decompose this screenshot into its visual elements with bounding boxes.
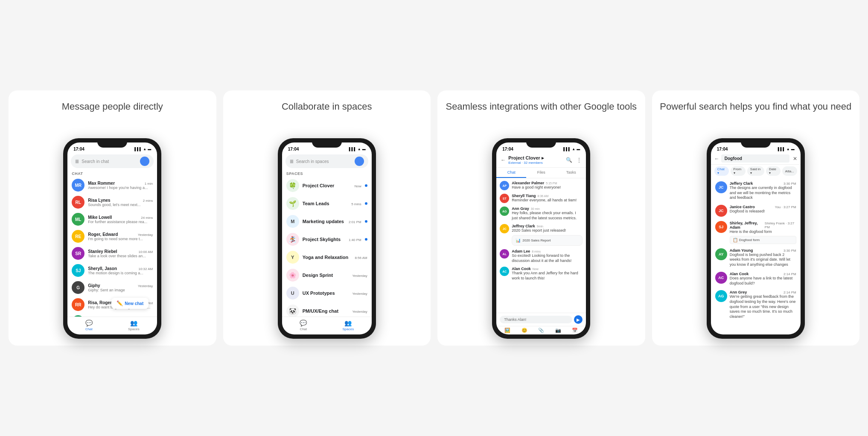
- chat-item-content: Sheryll, Jason 10:32 AM The motion desig…: [88, 266, 153, 275]
- space-item-name: PM/UX/Eng chat: [303, 308, 338, 314]
- chat-item-preview: For further assistance please rea...: [88, 220, 153, 224]
- user-avatar[interactable]: [355, 157, 364, 166]
- tab-tasks[interactable]: Tasks: [556, 168, 586, 178]
- space-item[interactable]: 🐼 PM/UX/Eng chat Yesterday: [282, 302, 372, 317]
- result-time: 2:14 PM: [784, 291, 796, 294]
- result-sub: You · 3:27 PM: [775, 205, 796, 209]
- nav-item-spaces[interactable]: 👥 Spaces: [128, 320, 140, 331]
- toolbar-icon-3[interactable]: 📷: [555, 328, 561, 333]
- space-item-time: Yesterday: [352, 292, 367, 296]
- space-item-name: Project Clover: [303, 183, 335, 188]
- filter-chip[interactable]: Chat ▾: [714, 166, 729, 176]
- phone-screen: 17:04 ▌▌▌ ▲ ▬ ☰ Search in chat CHATMR Ma…: [67, 142, 157, 334]
- message-text: So excited! Looking forward to the discu…: [512, 253, 583, 263]
- space-item[interactable]: 🍀 Project Clover Now: [282, 177, 372, 195]
- panel-title: Seamless integrations with other Google …: [446, 101, 637, 128]
- result-content: Shirley, Jeffrey, Adam Shirley Frank · 3…: [730, 221, 796, 244]
- toolbar-icon-1[interactable]: 😊: [521, 328, 527, 333]
- filter-chip[interactable]: From ▾: [731, 166, 746, 176]
- toolbar-icon-4[interactable]: 📅: [572, 328, 578, 333]
- message-content: Alexander Palmer 5:15 PM Have a good nig…: [512, 181, 583, 190]
- nav-item-chat[interactable]: 💬 Chat: [85, 320, 93, 331]
- chat-item[interactable]: RL Risa Lynes 2 mins Sounds good, let's …: [67, 194, 157, 211]
- search-placeholder: Search in spaces: [296, 159, 352, 164]
- space-item[interactable]: M Marketing updates 2:01 PM: [282, 212, 372, 230]
- tab-chat[interactable]: Chat: [496, 168, 526, 178]
- message-item: AC Alan Cook Now Thank you Ann and Jeffe…: [500, 267, 583, 281]
- search-bar[interactable]: ☰ Search in spaces: [285, 154, 368, 168]
- toolbar-icon-0[interactable]: 🖼️: [504, 328, 510, 333]
- nav-item-chat[interactable]: 💬 Chat: [300, 320, 307, 331]
- send-button[interactable]: ▶: [574, 315, 583, 324]
- nav-label: Spaces: [128, 327, 140, 331]
- back-icon[interactable]: ←: [714, 156, 719, 162]
- chat-item-content: Giphy Yesterday Giphy: Sent an image: [88, 283, 153, 292]
- space-item[interactable]: Y Yoga and Relaxation 8:56 AM: [282, 248, 372, 266]
- chat-item[interactable]: MR Max Rommer 1 min Awesome! I hope you'…: [67, 177, 157, 194]
- link-text: Dogfood form: [739, 238, 760, 242]
- close-icon[interactable]: ✕: [793, 156, 797, 162]
- space-item[interactable]: 🌱 Team Leads 5 mins: [282, 195, 372, 212]
- unread-dot: [365, 220, 367, 223]
- space-item[interactable]: 🏂 Project Skylights 1:40 PM: [282, 230, 372, 248]
- result-sub: Shirley Frank · 3:27 PM: [765, 221, 796, 229]
- search-result-item[interactable]: AC Alan Cook 2:14 PM Does anyone have a …: [711, 270, 801, 288]
- message-time: 5:15 PM: [546, 182, 557, 185]
- chat-item[interactable]: RE Roger, Edward Yesterday I'm going to …: [67, 228, 157, 245]
- message-input[interactable]: Thanks Alan!: [500, 316, 572, 323]
- tab-files[interactable]: Files: [526, 168, 556, 178]
- filter-chip[interactable]: Said in ▾: [747, 166, 764, 176]
- space-item[interactable]: U UX Prototypes Yesterday: [282, 284, 372, 302]
- back-icon[interactable]: ←: [501, 157, 506, 163]
- nav-item-spaces[interactable]: 👥 Spaces: [342, 320, 354, 331]
- chat-item[interactable]: SR Stanley Riebel 10:00 AM Take a look o…: [67, 245, 157, 262]
- more-icon[interactable]: ⋮: [577, 157, 582, 163]
- chat-item-content: Mike Lowell 24 mins For further assistan…: [88, 215, 153, 224]
- user-avatar[interactable]: [140, 157, 149, 166]
- search-icon[interactable]: 🔍: [566, 157, 572, 163]
- chat-item-name: Roger, Edward: [88, 232, 118, 237]
- time-display: 17:04: [288, 147, 299, 151]
- search-bar[interactable]: ☰ Search in chat: [71, 154, 154, 168]
- space-icon: M: [286, 215, 299, 228]
- search-result-item[interactable]: AG Ann Grey 2:14 PM We're getting great …: [711, 288, 801, 321]
- chat-item-name: Max Rommer: [88, 181, 115, 186]
- message-time: 30 min: [531, 207, 540, 210]
- search-result-item[interactable]: JC Janice Castro You · 3:27 PM Dogfood i…: [711, 203, 801, 219]
- chat-item-preview: Take a look over these slides an...: [88, 254, 153, 258]
- filter-chip[interactable]: Atta...: [782, 166, 797, 176]
- space-item[interactable]: 🌸 Design Sprint Yesterday: [282, 266, 372, 284]
- chat-item[interactable]: G Giphy Yesterday Giphy: Sent an image: [67, 279, 157, 296]
- status-icons: ▌▌▌ ▲ ▬: [778, 147, 795, 151]
- search-input-box[interactable]: Dogfood: [721, 154, 789, 163]
- filter-chip[interactable]: Date ▾: [766, 166, 781, 176]
- search-result-list: JC Jeffery Clark 3:30 PM The designs are…: [711, 177, 801, 334]
- message-avatar: AG: [500, 206, 509, 216]
- message-avatar: AP: [500, 181, 509, 190]
- search-result-item[interactable]: AY Adam Young 3:30 PM Dogfood is being p…: [711, 246, 801, 270]
- chat-item[interactable]: SJ Sheryll, Jason 10:32 AM The motion de…: [67, 262, 157, 279]
- hamburger-icon: ☰: [75, 159, 79, 164]
- battery-icon: ▬: [148, 147, 151, 151]
- chat-item[interactable]: ML Mike Lowell 24 mins For further assis…: [67, 211, 157, 228]
- unread-dot: [365, 202, 367, 205]
- toolbar-icon-2[interactable]: 📎: [538, 328, 544, 333]
- chat-avatar: SR: [72, 247, 84, 260]
- signal-icon: ▌▌▌: [778, 147, 785, 151]
- chat-item-preview: I'm going to need some more t...: [88, 237, 153, 241]
- new-chat-button[interactable]: ✏️ New chat: [111, 298, 149, 309]
- phone-frame: 17:04 ▌▌▌ ▲ ▬ ☰ Search in chat CHATMR Ma…: [63, 138, 161, 339]
- result-name: Janice Castro: [730, 205, 755, 209]
- chat-item-content: Roger, Edward Yesterday I'm going to nee…: [88, 232, 153, 241]
- result-link[interactable]: 📋 Dogfood form: [730, 236, 796, 244]
- search-result-item[interactable]: JC Jeffery Clark 3:30 PM The designs are…: [711, 179, 801, 203]
- chat-item-name: Giphy: [88, 283, 100, 288]
- message-time: Now: [533, 267, 539, 270]
- message-card[interactable]: 📊 2020 Sales Report: [512, 235, 583, 246]
- space-icon: U: [286, 287, 299, 299]
- chat-item-name: Mike Lowell: [88, 215, 112, 220]
- chat-item[interactable]: LC Lori Cole Tue Lola: Weekly VisD...: [67, 313, 157, 317]
- search-result-item[interactable]: SJ Shirley, Jeffrey, Adam Shirley Frank …: [711, 219, 801, 246]
- chat-avatar: RE: [72, 230, 84, 243]
- chat-toolbar: 🖼️😊📎📷📅: [496, 326, 586, 334]
